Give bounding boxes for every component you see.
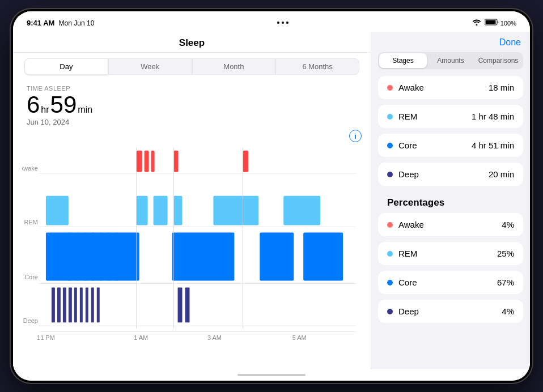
right-panel: Done Stages Amounts Comparisons Awake 18… (371, 32, 530, 369)
sleep-min-unit: min (78, 105, 92, 115)
status-bar: 9:41 AM Mon Jun 10 (13, 11, 530, 32)
sleep-chart-svg: Awake REM Core Deep (22, 129, 362, 365)
dot2 (282, 22, 284, 24)
rem-time: 1 hr 48 min (472, 112, 514, 121)
app-header: Sleep (13, 32, 371, 53)
battery-icon: 100% (485, 19, 516, 27)
svg-rect-33 (52, 287, 55, 322)
dot1 (277, 22, 279, 24)
awake-time: 18 min (489, 83, 514, 92)
svg-text:11 PM: 11 PM (37, 334, 55, 341)
pct-core-value: 67% (497, 278, 514, 287)
svg-rect-18 (154, 196, 168, 225)
svg-rect-12 (145, 151, 149, 172)
sleep-hr-unit: hr (41, 105, 49, 115)
sleep-minutes: 59 (50, 93, 77, 117)
svg-rect-11 (137, 151, 142, 172)
svg-rect-21 (283, 196, 320, 225)
svg-rect-37 (74, 287, 77, 322)
pct-rem-label: REM (398, 249, 491, 258)
stage-card-deep: Deep 20 min (378, 163, 523, 186)
dot3 (286, 22, 289, 24)
tab-6months[interactable]: 6 Months (275, 58, 359, 75)
svg-rect-27 (99, 233, 103, 281)
sleep-stats: TIME ASLEEP 6 hr 59 min Jun 10, 2024 (13, 80, 371, 129)
home-bar (237, 374, 306, 376)
svg-text:3 AM: 3 AM (207, 334, 222, 341)
main-content: Sleep Day Week Month 6 Months TIME ASLEE… (13, 32, 530, 369)
core-time: 4 hr 51 min (472, 140, 514, 150)
svg-text:REM: REM (24, 219, 38, 225)
svg-rect-32 (303, 233, 343, 281)
pct-card-core: Core 67% (378, 271, 523, 294)
svg-text:Core: Core (24, 274, 38, 280)
svg-rect-15 (243, 151, 248, 172)
pct-core-label: Core (398, 278, 491, 287)
info-button[interactable]: i (349, 130, 362, 142)
segment-amounts[interactable]: Amounts (427, 53, 474, 68)
sleep-hours: 6 (27, 93, 40, 117)
svg-rect-41 (97, 287, 100, 322)
segment-comparisons[interactable]: Comparisons (474, 53, 522, 68)
sleep-date: Jun 10, 2024 (27, 118, 357, 126)
svg-rect-13 (151, 151, 155, 172)
app-title: Sleep (179, 37, 205, 48)
svg-rect-17 (137, 196, 148, 225)
stage-card-core: Core 4 hr 51 min (378, 134, 523, 157)
segment-stages[interactable]: Stages (379, 53, 427, 68)
sleep-chart: i Awake REM Core Deep (13, 129, 371, 369)
svg-rect-30 (172, 233, 235, 281)
svg-rect-25 (83, 233, 88, 281)
percentages-section: Percentages Awake 4% REM 25% Core (371, 194, 530, 329)
svg-rect-2 (497, 21, 498, 23)
rem-label: REM (398, 112, 466, 121)
pct-deep-dot (387, 309, 393, 314)
svg-rect-28 (107, 233, 111, 281)
svg-text:1 AM: 1 AM (134, 334, 148, 341)
device-frame: 9:41 AM Mon Jun 10 (11, 9, 532, 383)
core-label: Core (398, 140, 466, 150)
deep-time: 20 min (489, 169, 514, 179)
svg-text:Awake: Awake (22, 165, 38, 172)
pct-rem-dot (387, 251, 393, 257)
percentages-title: Percentages (378, 194, 523, 213)
pct-awake-label: Awake (398, 220, 496, 229)
pct-awake-dot (387, 222, 393, 228)
tab-day[interactable]: Day (24, 58, 108, 75)
svg-rect-24 (76, 233, 79, 281)
pct-card-rem: REM 25% (378, 242, 523, 265)
stage-card-rem: REM 1 hr 48 min (378, 105, 523, 128)
pct-deep-value: 4% (502, 306, 514, 316)
time-period-tabs: Day Week Month 6 Months (13, 53, 371, 80)
home-indicator (13, 369, 530, 381)
deep-label: Deep (398, 169, 483, 179)
done-button[interactable]: Done (499, 37, 521, 48)
awake-label: Awake (398, 83, 483, 92)
sleep-duration: 6 hr 59 min (27, 93, 357, 117)
svg-rect-40 (91, 287, 94, 322)
svg-rect-26 (91, 233, 95, 281)
pct-rem-value: 25% (497, 249, 514, 258)
svg-rect-19 (174, 196, 183, 225)
svg-rect-16 (46, 196, 69, 225)
svg-rect-42 (178, 287, 183, 322)
pct-awake-value: 4% (502, 220, 514, 229)
svg-rect-29 (114, 233, 118, 281)
tab-month[interactable]: Month (192, 58, 276, 75)
svg-rect-34 (57, 287, 61, 322)
svg-rect-39 (86, 287, 88, 322)
svg-rect-35 (63, 287, 66, 322)
wifi-icon (472, 19, 481, 27)
svg-rect-20 (213, 196, 258, 225)
svg-rect-38 (80, 287, 83, 322)
svg-text:5 AM: 5 AM (292, 334, 307, 341)
status-time: 9:41 AM Mon Jun 10 (27, 19, 94, 27)
left-panel: Sleep Day Week Month 6 Months TIME ASLEE… (13, 32, 371, 369)
tab-week[interactable]: Week (108, 58, 192, 75)
pct-deep-label: Deep (398, 306, 496, 316)
segment-control: Stages Amounts Comparisons (378, 52, 523, 69)
status-right: 100% (472, 19, 516, 27)
svg-rect-23 (67, 233, 72, 281)
pct-core-dot (387, 280, 393, 286)
awake-dot (387, 85, 393, 91)
